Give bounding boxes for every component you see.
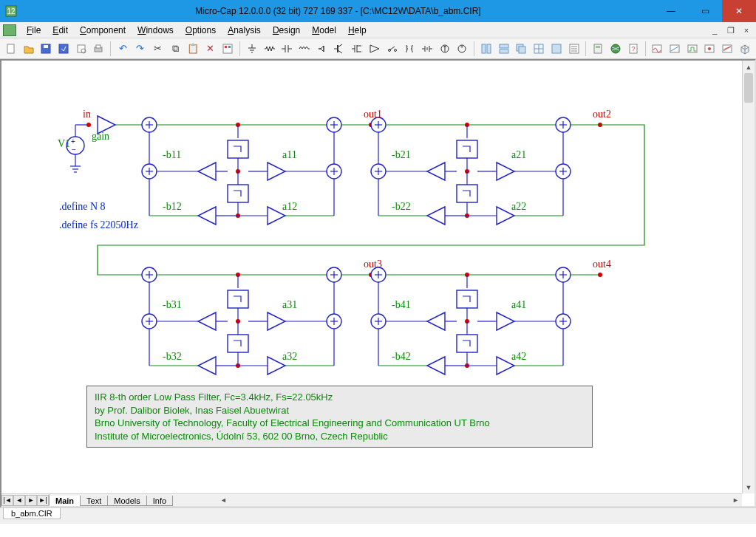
mdi-minimize-button[interactable]: _ bbox=[708, 26, 721, 35]
b12-label: -b12 bbox=[163, 201, 182, 213]
a31-label: a31 bbox=[282, 299, 297, 311]
capacitor-icon[interactable] bbox=[279, 41, 296, 57]
a41-label: a41 bbox=[511, 299, 526, 311]
svg-text:+: + bbox=[71, 137, 75, 146]
b22-label: -b22 bbox=[392, 201, 411, 213]
sheet-tab-info[interactable]: Info bbox=[146, 496, 173, 506]
calc-button[interactable] bbox=[590, 41, 606, 57]
sheet-prev-button[interactable]: ◄ bbox=[13, 495, 25, 506]
tran-button[interactable] bbox=[684, 41, 701, 57]
mdi-restore-button[interactable]: ❐ bbox=[724, 26, 738, 35]
sheet-tab-bar: |◄ ◄ ► ►| Main Text Models Info ◄ ► bbox=[1, 493, 742, 506]
inductor-icon[interactable] bbox=[296, 41, 313, 57]
statusbar: b_abm.CIR bbox=[0, 507, 756, 524]
ac-button[interactable] bbox=[667, 41, 683, 57]
dc-button[interactable] bbox=[650, 41, 666, 57]
menu-design[interactable]: Design bbox=[267, 24, 306, 37]
menu-analysis[interactable]: Analysis bbox=[222, 24, 267, 37]
copy-button[interactable]: ⧉ bbox=[167, 41, 183, 57]
svg-rect-11 bbox=[225, 46, 227, 48]
file-tab[interactable]: b_abm.CIR bbox=[3, 508, 61, 519]
mdi-close-button[interactable]: × bbox=[740, 26, 753, 35]
isource-icon[interactable] bbox=[437, 41, 453, 57]
tile-vert-button[interactable] bbox=[478, 41, 494, 57]
sheet-next-button[interactable]: ► bbox=[25, 495, 37, 506]
define-n-text: .define N 8 bbox=[59, 201, 106, 213]
svg-rect-2 bbox=[7, 44, 14, 53]
sheet-first-button[interactable]: |◄ bbox=[1, 495, 13, 506]
transformer-icon[interactable] bbox=[401, 41, 418, 57]
tile-horiz-button[interactable] bbox=[496, 41, 512, 57]
window-max-button[interactable] bbox=[548, 41, 565, 57]
diode-icon[interactable] bbox=[314, 41, 330, 57]
vsource-icon[interactable]: + bbox=[454, 41, 471, 57]
vertical-scrollbar[interactable]: ▲ ▼ bbox=[742, 61, 755, 493]
menu-options[interactable]: Options bbox=[180, 24, 222, 37]
probe-button[interactable] bbox=[702, 41, 718, 57]
menubar: File Edit Component Windows Options Anal… bbox=[0, 22, 756, 38]
new-button[interactable] bbox=[3, 41, 19, 57]
svg-text:?: ? bbox=[631, 45, 635, 52]
scroll-left-icon[interactable]: ◄ bbox=[217, 494, 230, 506]
scroll-right-icon[interactable]: ► bbox=[729, 494, 742, 506]
paste-button[interactable]: 📋 bbox=[185, 41, 201, 57]
opamp-icon[interactable] bbox=[367, 41, 383, 57]
v1-label: V1 bbox=[58, 138, 70, 150]
schematic-canvas[interactable]: +− bbox=[1, 61, 742, 506]
open-button[interactable] bbox=[21, 41, 37, 57]
redo-button[interactable]: ↷ bbox=[132, 41, 149, 57]
window4-button[interactable] bbox=[531, 41, 547, 57]
sheet-tabs: Main Text Models Info bbox=[50, 494, 173, 506]
sheet-tab-text[interactable]: Text bbox=[80, 496, 108, 506]
svg-text:+: + bbox=[460, 44, 463, 49]
info-line-3: Brno University of Technology, Faculty o… bbox=[95, 417, 585, 430]
stepping-button[interactable] bbox=[719, 41, 735, 57]
sheet-last-button[interactable]: ►| bbox=[37, 495, 49, 506]
close-button[interactable]: ✕ bbox=[722, 0, 756, 22]
svg-rect-42 bbox=[482, 44, 486, 53]
a11-label: a11 bbox=[282, 149, 297, 161]
scroll-up-icon[interactable]: ▲ bbox=[743, 61, 755, 73]
3d-button[interactable] bbox=[737, 41, 753, 57]
npn-icon[interactable] bbox=[332, 41, 348, 57]
sheet-tab-main[interactable]: Main bbox=[49, 496, 81, 506]
menu-help[interactable]: Help bbox=[342, 24, 372, 37]
save-button[interactable] bbox=[38, 41, 54, 57]
scroll-down-icon[interactable]: ▼ bbox=[743, 481, 755, 493]
delete-button[interactable]: ✕ bbox=[202, 41, 219, 57]
horizontal-scrollbar[interactable]: ◄ ► bbox=[217, 494, 742, 506]
switch-icon[interactable] bbox=[384, 41, 401, 57]
menu-model[interactable]: Model bbox=[306, 24, 342, 37]
b11-label: -b11 bbox=[163, 149, 181, 161]
undo-button[interactable]: ↶ bbox=[115, 41, 131, 57]
find-button[interactable] bbox=[219, 41, 236, 57]
titlebar: 12 Micro-Cap 12.0.0.0 (32 bit) 727 169 3… bbox=[0, 0, 756, 22]
svg-point-66 bbox=[708, 47, 711, 50]
info-line-1: IIR 8-th order Low Pass Filter, Fc=3.4kH… bbox=[95, 391, 585, 404]
info-line-2: by Prof. Dalibor Biolek, Inas Faisel Abu… bbox=[95, 404, 585, 417]
battery-icon[interactable] bbox=[419, 41, 435, 57]
sheet-tab-models[interactable]: Models bbox=[107, 496, 146, 506]
define-fs-text: .define fs 22050Hz bbox=[59, 219, 138, 231]
info-line-4: Institute of Microelectronics, Údolní 53… bbox=[95, 430, 585, 443]
globe-button[interactable] bbox=[607, 41, 624, 57]
b21-label: -b21 bbox=[392, 149, 411, 161]
scroll-thumb[interactable] bbox=[744, 73, 753, 103]
revert-button[interactable] bbox=[55, 41, 72, 57]
print-button[interactable] bbox=[91, 41, 107, 57]
help-button[interactable]: ? bbox=[625, 41, 641, 57]
a32-label: a32 bbox=[282, 351, 297, 363]
menu-windows[interactable]: Windows bbox=[132, 24, 180, 37]
maximize-button[interactable]: ▭ bbox=[688, 0, 722, 22]
menu-edit[interactable]: Edit bbox=[47, 24, 74, 37]
print-preview-button[interactable] bbox=[73, 41, 89, 57]
menu-component[interactable]: Component bbox=[74, 24, 132, 37]
window-list-button[interactable] bbox=[566, 41, 582, 57]
cut-button[interactable]: ✂ bbox=[150, 41, 166, 57]
cascade-button[interactable] bbox=[514, 41, 530, 57]
mosfet-icon[interactable] bbox=[349, 41, 365, 57]
ground-icon[interactable] bbox=[244, 41, 260, 57]
resistor-icon[interactable] bbox=[262, 41, 278, 57]
minimize-button[interactable]: — bbox=[654, 0, 688, 22]
menu-file[interactable]: File bbox=[21, 24, 47, 37]
